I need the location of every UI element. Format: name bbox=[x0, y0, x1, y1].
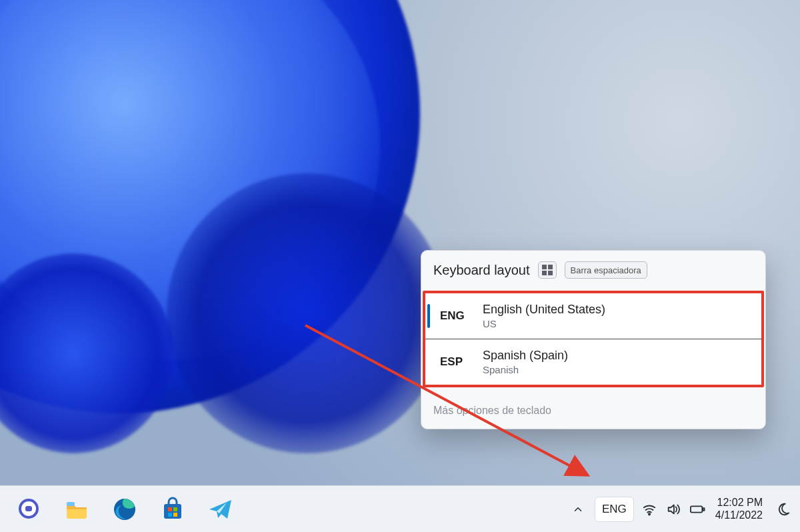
layout-option-eng[interactable]: ENG English (United States) US bbox=[425, 293, 761, 339]
layout-code: ENG bbox=[435, 309, 469, 323]
svg-rect-7 bbox=[168, 507, 172, 511]
layout-sublabel: US bbox=[483, 318, 605, 329]
store-icon bbox=[159, 496, 186, 523]
svg-rect-4 bbox=[67, 502, 75, 506]
wifi-button[interactable] bbox=[641, 501, 658, 518]
layout-language: Spanish (Spain) bbox=[483, 349, 568, 363]
svg-rect-3 bbox=[25, 506, 32, 511]
flyout-header: Keyboard layout Barra espaciadora bbox=[421, 251, 765, 291]
layout-options-highlight: ENG English (United States) US ESP Spani… bbox=[423, 291, 764, 387]
layout-option-esp[interactable]: ESP Spanish (Spain) Spanish bbox=[425, 339, 761, 385]
keyboard-layout-flyout: Keyboard layout Barra espaciadora ENG En… bbox=[421, 250, 766, 429]
svg-rect-12 bbox=[691, 506, 702, 512]
taskbar-system-tray: ENG 12:02 PM 4/11/2022 bbox=[568, 496, 795, 523]
edge-icon bbox=[111, 496, 138, 523]
svg-rect-8 bbox=[173, 507, 177, 511]
more-keyboard-options-link[interactable]: Más opciones de teclado bbox=[421, 387, 765, 429]
battery-icon bbox=[689, 502, 705, 517]
clock-date: 4/11/2022 bbox=[715, 509, 763, 521]
taskbar-file-explorer-button[interactable] bbox=[57, 490, 96, 529]
flyout-title: Keyboard layout bbox=[433, 263, 530, 278]
taskbar-edge-button[interactable] bbox=[105, 490, 144, 529]
svg-rect-10 bbox=[173, 513, 177, 517]
taskbar: ENG 12:02 PM 4/11/2022 bbox=[0, 485, 800, 532]
taskbar-store-button[interactable] bbox=[153, 490, 192, 529]
battery-button[interactable] bbox=[689, 501, 706, 518]
windows-key-chip bbox=[538, 261, 557, 279]
taskbar-chat-button[interactable] bbox=[9, 490, 48, 529]
telegram-icon bbox=[207, 496, 234, 523]
speaker-icon bbox=[666, 502, 681, 517]
volume-button[interactable] bbox=[665, 501, 682, 518]
svg-rect-13 bbox=[703, 508, 704, 511]
layout-sublabel: Spanish bbox=[483, 364, 568, 375]
notifications-button[interactable] bbox=[772, 502, 795, 517]
clock-time: 12:02 PM bbox=[717, 497, 763, 509]
do-not-disturb-moon-icon bbox=[776, 502, 791, 517]
layout-code: ESP bbox=[435, 355, 469, 369]
taskbar-pinned-apps bbox=[9, 490, 240, 529]
tray-overflow-button[interactable] bbox=[568, 496, 588, 523]
svg-rect-9 bbox=[168, 513, 172, 517]
layout-language: English (United States) bbox=[483, 303, 605, 317]
language-indicator-button[interactable]: ENG bbox=[595, 497, 634, 522]
taskbar-clock[interactable]: 12:02 PM 4/11/2022 bbox=[713, 497, 765, 521]
svg-rect-6 bbox=[164, 504, 181, 519]
chat-icon bbox=[15, 496, 42, 523]
folder-icon bbox=[63, 496, 90, 523]
svg-point-11 bbox=[649, 513, 650, 515]
chevron-up-icon bbox=[572, 503, 584, 515]
spacebar-key-chip: Barra espaciadora bbox=[565, 261, 647, 279]
wifi-icon bbox=[642, 502, 657, 517]
windows-logo-icon bbox=[542, 265, 553, 275]
taskbar-telegram-button[interactable] bbox=[201, 490, 240, 529]
